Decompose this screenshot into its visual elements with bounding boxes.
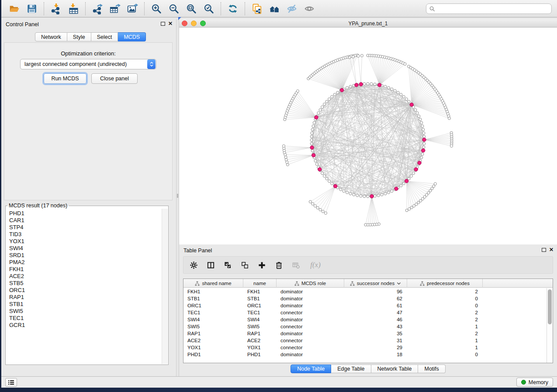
cell-successor-nodes[interactable]: 61 <box>344 302 407 309</box>
hide-selected-button[interactable] <box>285 2 299 16</box>
search-input[interactable] <box>437 4 551 13</box>
network-canvas[interactable] <box>179 28 557 244</box>
table-row[interactable]: SWI5SWI5connector431 <box>183 323 547 330</box>
cell-successor-nodes[interactable]: 31 <box>344 337 407 344</box>
cell-mcds-role[interactable]: dominator <box>277 302 344 309</box>
zoom-out-button[interactable] <box>167 2 181 16</box>
cell-predecessor-nodes[interactable]: 0 <box>407 295 483 302</box>
zoom-in-button[interactable] <box>149 2 163 16</box>
criterion-dropdown[interactable]: largest connected component (undirected) <box>20 59 156 69</box>
deselect-all-button[interactable] <box>240 260 249 270</box>
cell-predecessor-nodes[interactable]: 0 <box>407 302 483 309</box>
cell-name[interactable]: FKH1 <box>243 288 277 295</box>
tab-motifs[interactable]: Motifs <box>418 364 445 373</box>
mcds-result-item[interactable]: STB1 <box>9 301 162 308</box>
mcds-result-item[interactable]: GCR1 <box>9 322 162 329</box>
tab-network[interactable]: Network <box>35 32 67 41</box>
cell-successor-nodes[interactable]: 46 <box>344 316 407 323</box>
cell-successor-nodes[interactable]: 29 <box>344 344 407 351</box>
refresh-button[interactable] <box>226 2 240 16</box>
cell-mcds-role[interactable]: connector <box>277 337 344 344</box>
table-row[interactable]: FKH1FKH1dominator962 <box>183 288 547 295</box>
cell-name[interactable]: ACE2 <box>243 337 277 344</box>
mcds-result-item[interactable]: CAR1 <box>9 217 162 224</box>
task-history-button[interactable] <box>5 378 17 387</box>
tab-node-table[interactable]: Node Table <box>291 364 331 373</box>
table-row[interactable]: TEC1TEC1connector472 <box>183 309 547 316</box>
cell-shared-name[interactable]: YOX1 <box>183 344 243 351</box>
zoom-selected-button[interactable] <box>202 2 216 16</box>
splitter-grabber[interactable] <box>177 194 178 198</box>
network-window-titlebar[interactable]: YPA_prune.txt_1 <box>179 19 557 28</box>
export-image-button[interactable] <box>125 2 139 16</box>
cell-successor-nodes[interactable]: 47 <box>344 309 407 316</box>
mcds-result-item[interactable]: ACE2 <box>9 273 162 280</box>
delete-table-button[interactable] <box>291 260 301 270</box>
mcds-list-scrollbar[interactable] <box>162 209 168 364</box>
memory-button[interactable]: Memory <box>516 378 553 387</box>
cell-name[interactable]: RAP1 <box>243 330 277 337</box>
mcds-result-item[interactable]: TID3 <box>9 231 162 238</box>
cell-predecessor-nodes[interactable]: 2 <box>407 330 483 337</box>
cell-name[interactable]: SWI5 <box>243 323 277 330</box>
cell-shared-name[interactable]: TEC1 <box>183 309 243 316</box>
first-neighbors-button[interactable] <box>267 2 281 16</box>
zoom-fit-button[interactable] <box>184 2 198 16</box>
delete-column-button[interactable] <box>274 260 284 270</box>
table-row[interactable]: STB1STB1dominator620 <box>183 295 547 302</box>
open-file-button[interactable] <box>7 2 21 16</box>
column-header-predecessor-nodes[interactable]: predecessor nodes <box>407 279 483 288</box>
cell-shared-name[interactable]: ORC1 <box>183 302 243 309</box>
add-column-button[interactable] <box>257 260 266 270</box>
cell-mcds-role[interactable]: connector <box>277 323 344 330</box>
cell-predecessor-nodes[interactable]: 2 <box>407 316 483 323</box>
cell-successor-nodes[interactable]: 43 <box>344 323 407 330</box>
mcds-result-item[interactable]: YOX1 <box>9 238 162 245</box>
table-row[interactable]: RAP1RAP1dominator352 <box>183 330 547 337</box>
search-field[interactable] <box>426 3 552 14</box>
table-row[interactable]: ORC1ORC1dominator610 <box>183 302 547 309</box>
table-row[interactable]: ACE2ACE2connector311 <box>183 337 547 344</box>
cell-predecessor-nodes[interactable]: 2 <box>407 309 483 316</box>
cell-mcds-role[interactable]: connector <box>277 344 344 351</box>
export-table-button[interactable] <box>108 2 122 16</box>
column-header-successor-nodes[interactable]: successor nodes <box>344 279 407 288</box>
mcds-result-item[interactable]: TEC1 <box>9 315 162 322</box>
table-scrollbar[interactable] <box>547 288 553 363</box>
cell-successor-nodes[interactable]: 18 <box>344 351 407 358</box>
close-panel-icon[interactable]: ✕ <box>549 248 554 252</box>
cell-mcds-role[interactable]: dominator <box>277 316 344 323</box>
cell-shared-name[interactable]: FKH1 <box>183 288 243 295</box>
close-panel-icon[interactable]: ✕ <box>168 21 173 26</box>
cell-mcds-role[interactable]: dominator <box>277 295 344 302</box>
column-header-shared-name[interactable]: shared name <box>183 279 243 288</box>
cell-shared-name[interactable]: RAP1 <box>183 330 243 337</box>
save-session-button[interactable] <box>25 2 39 16</box>
cell-name[interactable]: TEC1 <box>243 309 277 316</box>
cell-name[interactable]: ORC1 <box>243 302 277 309</box>
export-network-button[interactable] <box>90 2 104 16</box>
tab-edge-table[interactable]: Edge Table <box>331 364 371 373</box>
split-panel-button[interactable] <box>206 260 215 270</box>
cell-name[interactable]: SWI4 <box>243 316 277 323</box>
duplicate-network-button[interactable] <box>250 2 264 16</box>
cell-shared-name[interactable]: SWI5 <box>183 323 243 330</box>
cell-mcds-role[interactable]: connector <box>277 309 344 316</box>
close-panel-button[interactable]: Close panel <box>91 73 138 84</box>
mcds-result-item[interactable]: FKH1 <box>9 266 162 273</box>
cell-successor-nodes[interactable]: 35 <box>344 330 407 337</box>
mcds-result-item[interactable]: PHD1 <box>9 210 162 217</box>
mcds-result-item[interactable]: RAP1 <box>9 294 162 301</box>
cell-predecessor-nodes[interactable]: 1 <box>407 323 483 330</box>
cell-predecessor-nodes[interactable]: 0 <box>407 351 483 358</box>
tab-style[interactable]: Style <box>67 32 91 41</box>
mcds-result-item[interactable]: STB5 <box>9 280 162 287</box>
column-header-mcds-role[interactable]: MCDS role <box>277 279 344 288</box>
cell-name[interactable]: YOX1 <box>243 344 277 351</box>
cell-shared-name[interactable]: ACE2 <box>183 337 243 344</box>
tab-select[interactable]: Select <box>91 32 118 41</box>
float-panel-icon[interactable] <box>542 248 546 252</box>
import-network-button[interactable] <box>49 2 63 16</box>
mcds-result-item[interactable]: SWI4 <box>9 245 162 252</box>
mcds-result-item[interactable]: ORC1 <box>9 287 162 294</box>
